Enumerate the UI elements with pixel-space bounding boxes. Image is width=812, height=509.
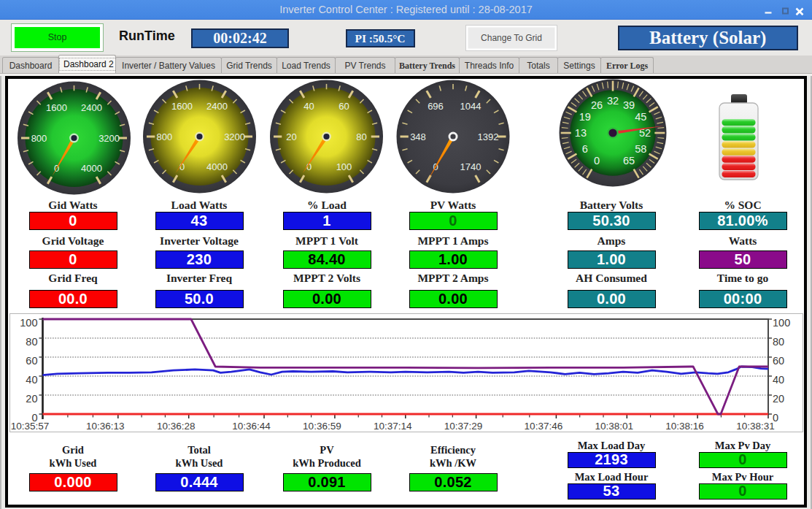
svg-text:20: 20 [773,393,784,405]
svg-text:10:38:16: 10:38:16 [665,421,704,432]
svg-text:65: 65 [623,155,635,167]
svg-text:100: 100 [336,161,352,172]
svg-text:10:35:57: 10:35:57 [11,421,50,432]
svg-text:1044: 1044 [460,101,482,112]
svg-text:58: 58 [635,143,646,155]
svg-text:10:37:29: 10:37:29 [444,421,483,432]
svg-text:800: 800 [31,133,47,144]
svg-text:2400: 2400 [81,102,102,113]
svg-text:26: 26 [591,99,603,111]
svg-text:60: 60 [339,101,349,112]
svg-text:4000: 4000 [206,161,228,172]
svg-text:20: 20 [26,393,37,405]
svg-text:13: 13 [575,127,587,139]
svg-text:100: 100 [20,317,37,329]
svg-text:1600: 1600 [46,102,67,113]
svg-text:19: 19 [579,111,591,123]
svg-text:0: 0 [594,155,600,167]
svg-text:696: 696 [428,101,444,112]
svg-text:800: 800 [157,131,173,142]
svg-text:1740: 1740 [460,161,482,172]
svg-text:40: 40 [26,374,37,386]
svg-text:6: 6 [582,143,588,155]
svg-text:4000: 4000 [81,163,102,174]
svg-text:100: 100 [773,317,790,329]
svg-text:3200: 3200 [224,131,245,142]
svg-text:1392: 1392 [478,131,499,142]
svg-text:10:37:46: 10:37:46 [525,421,563,432]
svg-text:32: 32 [607,95,619,107]
svg-text:60: 60 [26,355,37,367]
svg-text:348: 348 [410,131,426,142]
svg-text:10:37:14: 10:37:14 [374,421,412,432]
svg-text:10:38:01: 10:38:01 [595,421,634,432]
svg-text:40: 40 [303,101,314,112]
svg-text:10:36:59: 10:36:59 [303,421,341,432]
svg-text:80: 80 [356,131,366,142]
svg-text:1600: 1600 [171,101,193,112]
svg-text:10:36:28: 10:36:28 [157,421,196,432]
svg-text:60: 60 [773,355,784,367]
svg-text:3200: 3200 [98,133,120,144]
svg-text:39: 39 [623,99,635,111]
svg-text:80: 80 [26,336,37,348]
svg-text:20: 20 [286,131,296,142]
svg-text:2400: 2400 [206,101,228,112]
svg-text:10:36:13: 10:36:13 [86,421,125,432]
svg-text:40: 40 [773,374,784,386]
svg-text:10:36:44: 10:36:44 [232,421,271,432]
svg-text:45: 45 [635,111,646,123]
svg-text:80: 80 [773,336,784,348]
svg-text:10:38:31: 10:38:31 [736,421,775,432]
